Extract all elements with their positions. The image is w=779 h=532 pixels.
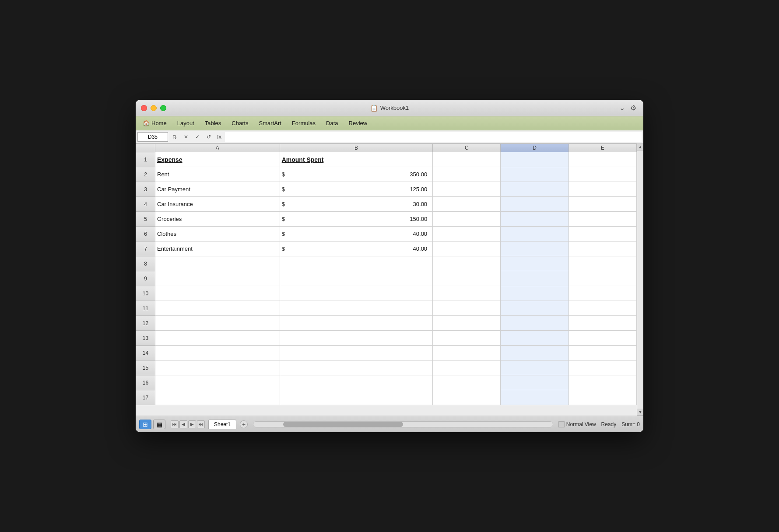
cell-e3[interactable] [568,182,636,197]
cell-a14[interactable] [155,346,280,360]
cell-b11[interactable] [280,301,432,316]
cell-d7[interactable] [501,242,568,256]
cell-e2[interactable] [568,167,636,182]
cell-b5[interactable]: $ 150.00 [280,212,432,227]
cell-c4[interactable] [433,197,501,212]
cell-c13[interactable] [433,331,501,346]
cell-e1[interactable] [568,152,636,167]
cell-e17[interactable] [568,390,636,405]
cell-b17[interactable] [280,390,432,405]
cell-c17[interactable] [433,390,501,405]
cancel-formula-button[interactable]: ✕ [181,132,191,142]
cell-a5[interactable]: Groceries [155,212,280,227]
cell-e14[interactable] [568,346,636,360]
cell-e7[interactable] [568,242,636,256]
cell-c2[interactable] [433,167,501,182]
cell-a13[interactable] [155,331,280,346]
cell-c10[interactable] [433,286,501,301]
cell-c14[interactable] [433,346,501,360]
cell-d2[interactable] [501,167,568,182]
close-button[interactable] [141,105,147,111]
menu-review[interactable]: Review [344,118,373,128]
menu-data[interactable]: Data [321,118,343,128]
cell-c15[interactable] [433,360,501,375]
cell-e8[interactable] [568,256,636,271]
cell-c1[interactable] [433,152,501,167]
confirm-formula-button[interactable]: ✓ [193,132,202,142]
cell-b4[interactable]: $ 30.00 [280,197,432,212]
cell-c16[interactable] [433,375,501,390]
scroll-up-arrow[interactable]: ▲ [637,144,643,150]
cell-d12[interactable] [501,316,568,331]
cell-d1[interactable] [501,152,568,167]
cell-e16[interactable] [568,375,636,390]
menu-home[interactable]: 🏠 Home [137,118,172,128]
cell-e12[interactable] [568,316,636,331]
spreadsheet[interactable]: A B C D E 1 Expense Am [136,144,637,416]
cell-d11[interactable] [501,301,568,316]
col-header-d[interactable]: D [501,144,568,152]
cell-reference[interactable]: D35 [137,132,168,142]
add-sheet-button[interactable]: + [240,420,248,428]
cell-b1[interactable]: Amount Spent [280,152,432,167]
cell-e6[interactable] [568,227,636,242]
cell-e10[interactable] [568,286,636,301]
cell-b15[interactable] [280,360,432,375]
cell-b10[interactable] [280,286,432,301]
maximize-button[interactable] [160,105,166,111]
cell-a12[interactable] [155,316,280,331]
cell-b13[interactable] [280,331,432,346]
cell-a11[interactable] [155,301,280,316]
cell-b3[interactable]: $ 125.00 [280,182,432,197]
col-header-c[interactable]: C [433,144,501,152]
menu-charts[interactable]: Charts [226,118,253,128]
horizontal-scrollbar[interactable] [253,421,553,427]
vertical-scrollbar[interactable]: ▲ ▼ [637,144,643,416]
menu-formulas[interactable]: Formulas [287,118,321,128]
cell-e13[interactable] [568,331,636,346]
cell-b8[interactable] [280,256,432,271]
cell-c12[interactable] [433,316,501,331]
cell-d3[interactable] [501,182,568,197]
cell-e9[interactable] [568,271,636,286]
cell-b7[interactable]: $ 40.00 [280,242,432,256]
cell-a17[interactable] [155,390,280,405]
undo-formula-button[interactable]: ↺ [204,132,214,142]
scroll-down-arrow[interactable]: ▼ [637,409,643,416]
cell-d9[interactable] [501,271,568,286]
formula-input[interactable] [225,132,642,142]
cell-b9[interactable] [280,271,432,286]
cell-c8[interactable] [433,256,501,271]
col-header-a[interactable]: A [155,144,280,152]
cell-a15[interactable] [155,360,280,375]
cell-e15[interactable] [568,360,636,375]
cell-d4[interactable] [501,197,568,212]
cell-a1[interactable]: Expense [155,152,280,167]
cell-a8[interactable] [155,256,280,271]
cell-a6[interactable]: Clothes [155,227,280,242]
next-sheet-button[interactable]: ▶ [188,420,196,428]
sort-button[interactable]: ⇅ [170,132,179,142]
prev-sheet-button[interactable]: ◀ [179,420,187,428]
minimize-button[interactable] [151,105,157,111]
col-header-b[interactable]: B [280,144,432,152]
cell-d13[interactable] [501,331,568,346]
cell-c7[interactable] [433,242,501,256]
cell-d8[interactable] [501,256,568,271]
sheet-tab[interactable]: Sheet1 [208,420,236,429]
scroll-resize-handle[interactable] [558,421,565,427]
cell-c6[interactable] [433,227,501,242]
first-sheet-button[interactable]: ⏮ [171,420,179,428]
table-view-button[interactable]: ▦ [153,420,165,429]
cell-d14[interactable] [501,346,568,360]
cell-e5[interactable] [568,212,636,227]
menu-tables[interactable]: Tables [200,118,227,128]
cell-b12[interactable] [280,316,432,331]
cell-d5[interactable] [501,212,568,227]
cell-d6[interactable] [501,227,568,242]
cell-a4[interactable]: Car Insurance [155,197,280,212]
cell-e11[interactable] [568,301,636,316]
grid-view-button[interactable]: ⊞ [139,420,151,429]
settings-button[interactable]: ⚙ [628,103,638,113]
col-header-e[interactable]: E [568,144,636,152]
